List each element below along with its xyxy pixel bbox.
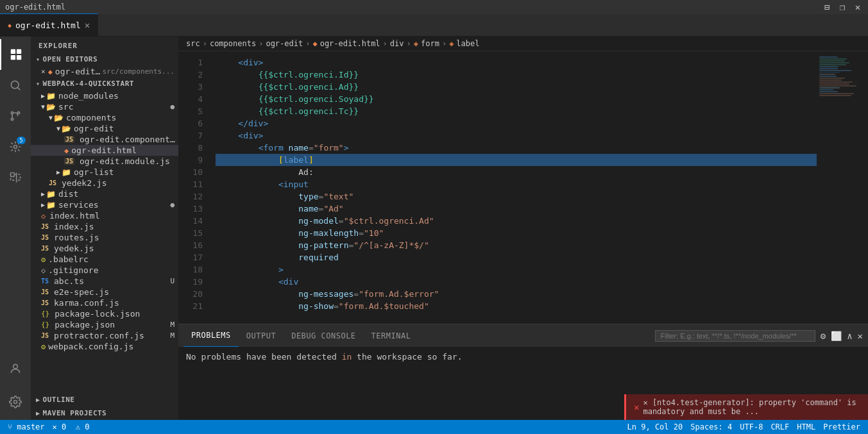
error-notification[interactable]: ✕ ✕ [nto4.test-generator]: property 'com… bbox=[624, 394, 868, 420]
js-icon: JS bbox=[41, 299, 49, 306]
activity-explorer[interactable] bbox=[0, 39, 31, 70]
file-name: e2e-spec.js bbox=[54, 287, 178, 297]
panel-tab-debug-console[interactable]: DEBUG CONSOLE bbox=[284, 324, 363, 347]
breadcrumb-html[interactable]: ◆ bbox=[312, 39, 317, 48]
breadcrumb-ogr-edit[interactable]: ogr-edit bbox=[266, 39, 303, 48]
breadcrumb-div[interactable]: div bbox=[390, 39, 404, 48]
file-name: ogr-edit.module.js bbox=[80, 156, 178, 166]
sidebar: Explorer ▾ OPEN EDITORS ✕ ◆ ogr-edit.htm… bbox=[31, 37, 178, 420]
code-line-3: {{$ctrl.ogrenci.Ad}} bbox=[216, 81, 817, 93]
breadcrumb-components[interactable]: components bbox=[210, 39, 256, 48]
activity-settings[interactable] bbox=[0, 387, 31, 417]
status-branch[interactable]: ⑂ master bbox=[8, 422, 45, 431]
status-language[interactable]: HTML bbox=[797, 422, 815, 431]
breadcrumb-sep: › bbox=[259, 39, 263, 48]
code-line-2: {{$ctrl.ogrenci.Id}} bbox=[216, 69, 817, 81]
close-icon[interactable]: ✕ bbox=[41, 67, 46, 76]
code-line-16: ng-pattern="/^[a-zA-Z]*$/" bbox=[216, 239, 817, 251]
filter-settings-icon[interactable]: ⚙ bbox=[821, 331, 826, 341]
sidebar-item-abc-ts[interactable]: TS abc.ts U bbox=[31, 276, 178, 287]
status-line-ending[interactable]: CRLF bbox=[770, 422, 789, 431]
breadcrumb-sep: › bbox=[203, 39, 207, 48]
section-outline[interactable]: ▶ Outline bbox=[31, 393, 178, 406]
code-line-15: ng-maxlength="10" bbox=[216, 227, 817, 239]
config-icon: ⚙ bbox=[41, 255, 46, 264]
activity-search[interactable] bbox=[0, 70, 31, 101]
status-spaces[interactable]: Spaces: 4 bbox=[690, 422, 732, 431]
section-label: Maven Projects bbox=[43, 409, 107, 417]
panel-collapse-icon[interactable]: ∧ bbox=[847, 331, 852, 341]
sidebar-item-src[interactable]: ▼ 📂 src ● bbox=[31, 101, 178, 112]
breadcrumb-label[interactable]: label bbox=[456, 39, 479, 48]
section-label: Outline bbox=[43, 396, 75, 404]
sidebar-item-components[interactable]: ▼ 📂 components bbox=[31, 112, 178, 123]
file-name: abc.ts bbox=[54, 276, 170, 286]
sidebar-item-ogr-edit-html[interactable]: ◆ ogr-edit.html bbox=[31, 145, 178, 156]
sidebar-item-dist[interactable]: ▶ 📁 dist bbox=[31, 188, 178, 199]
sidebar-item-yedek2[interactable]: JS yedek2.js bbox=[31, 178, 178, 188]
minimize-button[interactable]: ⊟ bbox=[822, 2, 832, 12]
maximize-button[interactable]: ❐ bbox=[837, 2, 847, 12]
html-file-icon: ◆ bbox=[8, 22, 12, 29]
panel-tab-problems[interactable]: PROBLEMS bbox=[183, 324, 239, 347]
open-editor-item[interactable]: ✕ ◆ ogr-edit.html src/components... bbox=[31, 66, 178, 77]
activity-accounts[interactable] bbox=[0, 353, 31, 384]
svg-line-5 bbox=[18, 88, 21, 90]
tab-ogr-edit-html[interactable]: ◆ ogr-edit.html ✕ bbox=[0, 13, 98, 36]
sidebar-item-babelrc[interactable]: ⚙ .babelrc bbox=[31, 254, 178, 265]
sidebar-item-routes-js[interactable]: JS routes.js bbox=[31, 232, 178, 243]
panel-maximize-icon[interactable]: ⬜ bbox=[831, 331, 842, 341]
error-message: ✕ [nto4.test-generator]: property 'comma… bbox=[643, 398, 860, 416]
sidebar-item-karma-conf[interactable]: JS karma.conf.js bbox=[31, 297, 178, 308]
panel-tab-terminal[interactable]: TERMINAL bbox=[364, 324, 419, 347]
folder-name: node_modules bbox=[58, 91, 178, 101]
breadcrumb-src[interactable]: src bbox=[186, 39, 200, 48]
file-name: protractor.conf.js bbox=[54, 331, 170, 340]
sidebar-item-gitignore[interactable]: ◇ .gitignore bbox=[31, 265, 178, 276]
sidebar-item-e2e-spec[interactable]: JS e2e-spec.js bbox=[31, 287, 178, 297]
sidebar-item-yedek-js[interactable]: JS yedek.js bbox=[31, 243, 178, 254]
svg-rect-0 bbox=[11, 49, 15, 54]
code-line-10: Ad: bbox=[216, 166, 817, 178]
panel-tab-output[interactable]: OUTPUT bbox=[239, 324, 284, 347]
sidebar-item-package-json[interactable]: {} package.json M bbox=[31, 319, 178, 330]
sidebar-item-index-html[interactable]: ◇ index.html bbox=[31, 210, 178, 221]
sidebar-item-ogr-edit-module[interactable]: JS ogr-edit.module.js bbox=[31, 156, 178, 167]
breadcrumb-html-label[interactable]: ogr-edit.html bbox=[320, 39, 380, 48]
title-bar-controls: ⊟ ❐ ✕ bbox=[822, 2, 863, 12]
activity-extensions[interactable] bbox=[0, 162, 31, 193]
code-content[interactable]: <div> {{$ctrl.ogrenci.Id}} {{$ctrl.ogren… bbox=[210, 51, 817, 324]
sidebar-item-package-lock[interactable]: {} package-lock.json bbox=[31, 308, 178, 319]
folder-arrow: ▼ bbox=[56, 125, 60, 132]
breadcrumb-sep: › bbox=[407, 39, 411, 48]
close-button[interactable]: ✕ bbox=[853, 2, 863, 12]
sidebar-item-ogr-edit-component[interactable]: JS ogr-edit.component.js bbox=[31, 134, 178, 145]
folder-arrow: ▶ bbox=[56, 169, 60, 176]
sidebar-item-index-js[interactable]: JS index.js bbox=[31, 221, 178, 232]
section-webpack[interactable]: ▾ WEBPACK-4-QUICKSTART bbox=[31, 77, 178, 90]
status-ln-col[interactable]: Ln 9, Col 20 bbox=[627, 422, 683, 431]
html-icon: ◆ bbox=[48, 67, 53, 76]
sidebar-item-services[interactable]: ▶ 📁 services ● bbox=[31, 199, 178, 210]
breadcrumb-form[interactable]: form bbox=[421, 39, 439, 48]
sidebar-item-node_modules[interactable]: ▶ 📁 node_modules bbox=[31, 90, 178, 101]
svg-point-9 bbox=[14, 146, 17, 149]
status-errors[interactable]: ✕ 0 ⚠ 0 bbox=[53, 422, 90, 431]
status-formatter[interactable]: Prettier bbox=[823, 422, 860, 431]
sidebar-item-ogr-edit[interactable]: ▼ 📂 ogr-edit bbox=[31, 123, 178, 134]
sidebar-item-ogr-list[interactable]: ▶ 📁 ogr-list bbox=[31, 167, 178, 178]
filter-input[interactable] bbox=[655, 330, 815, 342]
folder-name: components bbox=[66, 113, 178, 122]
json-icon: {} bbox=[41, 321, 49, 329]
activity-debug[interactable]: 5 bbox=[0, 131, 31, 162]
sidebar-item-protractor-conf[interactable]: JS protractor.conf.js M bbox=[31, 330, 178, 341]
section-open-editors[interactable]: ▾ OPEN EDITORS bbox=[31, 53, 178, 66]
section-maven[interactable]: ▶ Maven Projects bbox=[31, 406, 178, 420]
tab-close-button[interactable]: ✕ bbox=[85, 20, 90, 30]
panel-close-icon[interactable]: ✕ bbox=[858, 331, 863, 341]
status-encoding[interactable]: UTF-8 bbox=[740, 422, 763, 431]
file-name: yedek.js bbox=[54, 244, 178, 253]
sidebar-item-webpack-config[interactable]: ⚙ webpack.config.js bbox=[31, 341, 178, 352]
activity-git[interactable] bbox=[0, 101, 31, 131]
file-name: routes.js bbox=[54, 233, 178, 242]
